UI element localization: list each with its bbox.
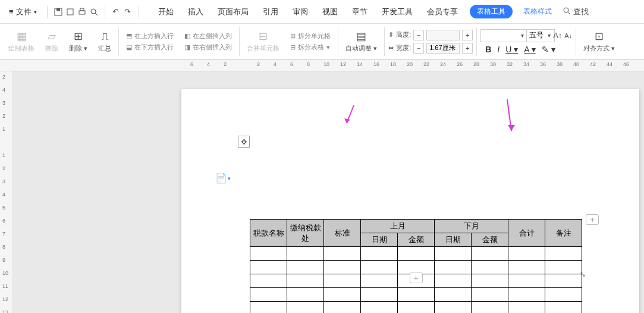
table-tools-tab[interactable]: 表格工具	[470, 5, 513, 18]
table-cell[interactable]	[324, 247, 361, 261]
height-minus-button[interactable]: −	[413, 30, 424, 40]
save-icon[interactable]	[54, 7, 63, 17]
table-header[interactable]: 上月	[361, 220, 435, 233]
add-column-button[interactable]: +	[586, 214, 599, 225]
align-button[interactable]: ⊡ 对齐方式 ▾	[580, 30, 618, 53]
table-cell[interactable]	[398, 288, 435, 302]
table-cell[interactable]	[472, 288, 508, 302]
table-cell[interactable]	[472, 247, 508, 261]
table-cell[interactable]	[472, 274, 508, 288]
table-style-link[interactable]: 表格样式	[523, 7, 552, 17]
table-cell[interactable]	[508, 274, 545, 288]
table-cell[interactable]	[435, 261, 472, 274]
print-icon[interactable]	[77, 7, 87, 17]
split-table-button[interactable]: ⊟拆分表格 ▾	[290, 43, 331, 52]
font-color-button[interactable]: A ▾	[524, 45, 535, 54]
menu-view[interactable]: 视图	[321, 4, 339, 20]
data-table[interactable]: 税款名称缴纳税款处标准上月下月合计备注日期金额日期金额	[250, 219, 582, 313]
menu-member[interactable]: 会员专享	[426, 4, 459, 20]
table-cell[interactable]	[435, 274, 472, 288]
table-cell[interactable]	[508, 302, 545, 314]
height-input[interactable]	[426, 30, 460, 40]
search-button[interactable]: 查找	[563, 7, 589, 17]
table-cell[interactable]	[287, 247, 324, 261]
menu-insert[interactable]: 插入	[187, 4, 205, 20]
insert-col-right-button[interactable]: ◨在右侧插入列	[184, 43, 232, 52]
table-header[interactable]: 日期	[361, 233, 398, 247]
menu-devtools[interactable]: 开发工具	[381, 4, 414, 20]
table-cell[interactable]	[472, 302, 508, 314]
table-header[interactable]: 合计	[508, 220, 545, 247]
table-cell[interactable]	[508, 288, 545, 302]
table-cell[interactable]	[435, 288, 472, 302]
table-cell[interactable]	[250, 288, 287, 302]
font-name-select[interactable]	[480, 29, 528, 42]
table-header[interactable]: 税款名称	[250, 220, 287, 247]
horizontal-ruler[interactable]: 6422468101214161820222426283032343638404…	[0, 60, 644, 71]
insert-row-below-button[interactable]: ⬓在下方插入行	[126, 43, 174, 52]
table-cell[interactable]	[324, 274, 361, 288]
table-cell[interactable]	[287, 302, 324, 314]
table-cell[interactable]	[545, 302, 582, 314]
table-cell[interactable]	[250, 247, 287, 261]
print-preview-icon[interactable]	[65, 7, 75, 17]
menu-references[interactable]: 引用	[262, 4, 279, 20]
table-cell[interactable]	[361, 247, 398, 261]
table-header[interactable]: 日期	[435, 233, 472, 247]
table-cell[interactable]	[545, 288, 582, 302]
add-row-button[interactable]: +	[410, 273, 423, 283]
width-plus-button[interactable]: +	[462, 43, 473, 54]
table-cell[interactable]	[361, 274, 398, 288]
delete-button[interactable]: ⊞ 删除 ▾	[65, 30, 91, 53]
preview-icon[interactable]	[89, 7, 99, 17]
bold-button[interactable]: B	[485, 45, 491, 54]
vertical-ruler[interactable]: 2432112345678910111213	[0, 71, 13, 313]
table-resize-handle[interactable]: ⤡	[580, 270, 586, 278]
table-cell[interactable]	[435, 302, 472, 314]
width-minus-button[interactable]: −	[413, 43, 424, 54]
width-input[interactable]	[426, 43, 460, 54]
merge-cells-button[interactable]: ⊟ 合并单元格	[243, 30, 283, 53]
highlight-button[interactable]: ✎ ▾	[542, 45, 555, 54]
font-increase-button[interactable]: A↑	[553, 31, 562, 40]
table-cell[interactable]	[361, 288, 398, 302]
underline-button[interactable]: U ▾	[505, 45, 518, 54]
table-cell[interactable]	[472, 261, 508, 274]
table-cell[interactable]	[398, 302, 435, 314]
file-menu[interactable]: ≡ 文件 ▾	[5, 5, 41, 19]
draw-table-button[interactable]: ▦ 绘制表格	[5, 30, 38, 53]
table-cell[interactable]	[545, 247, 582, 261]
table-cell[interactable]	[250, 274, 287, 288]
undo-icon[interactable]: ↶	[111, 7, 121, 17]
table-header[interactable]: 备注	[545, 220, 582, 247]
menu-start[interactable]: 开始	[157, 4, 175, 20]
table-cell[interactable]	[361, 302, 398, 314]
table-cell[interactable]	[287, 274, 324, 288]
table-cell[interactable]	[361, 261, 398, 274]
split-cell-button[interactable]: ⊞拆分单元格	[290, 32, 331, 40]
table-header[interactable]: 标准	[324, 220, 361, 247]
menu-sections[interactable]: 章节	[351, 4, 369, 20]
paragraph-options-button[interactable]: 📄▾	[215, 173, 231, 184]
table-header[interactable]: 金额	[398, 233, 435, 247]
table-cell[interactable]	[324, 288, 361, 302]
font-size-select[interactable]	[526, 29, 555, 42]
table-header[interactable]: 金额	[472, 233, 508, 247]
table-move-handle[interactable]: ✥	[238, 136, 250, 148]
table-cell[interactable]	[508, 261, 545, 274]
height-plus-button[interactable]: +	[462, 30, 473, 40]
table-cell[interactable]	[324, 302, 361, 314]
erase-button[interactable]: ▱ 擦除	[42, 30, 62, 53]
table-header[interactable]: 下月	[435, 220, 508, 233]
menu-layout[interactable]: 页面布局	[216, 4, 250, 20]
table-cell[interactable]	[250, 261, 287, 274]
table-cell[interactable]	[250, 302, 287, 314]
table-cell[interactable]	[287, 261, 324, 274]
insert-col-left-button[interactable]: ◧在左侧插入列	[184, 32, 232, 40]
table-cell[interactable]	[435, 247, 472, 261]
table-cell[interactable]	[398, 247, 435, 261]
summary-button[interactable]: ⎍ 汇总	[95, 30, 115, 53]
menu-review[interactable]: 审阅	[291, 4, 309, 20]
insert-row-above-button[interactable]: ⬒在上方插入行	[126, 32, 174, 40]
redo-icon[interactable]: ↷	[123, 7, 133, 17]
